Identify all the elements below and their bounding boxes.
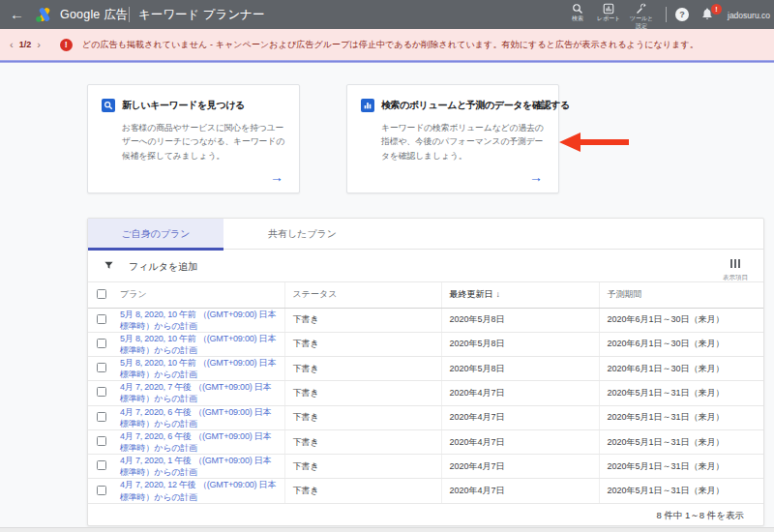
card-description: お客様の商品やサービスに関心を持つユーザーへのリーチにつながる、キーワードの候補… [122,121,287,163]
columns-icon [729,254,741,272]
plan-forecast-period: 2020年6月1日～30日（来月） [599,357,763,381]
plan-link[interactable]: 5月 8, 2020, 10 午前 （(GMT+09:00) 日本標準時）からの… [120,357,277,380]
plan-forecast-period: 2020年6月1日～30日（来月） [599,308,763,332]
table-row: 4月 7, 2020, 1 午後 （(GMT+09:00) 日本標準時）からの計… [88,455,763,479]
forward-arrow-icon[interactable]: → [270,169,283,185]
banner-prev-icon[interactable]: ‹ [6,39,17,50]
row-checkbox[interactable] [97,486,106,495]
plan-link[interactable]: 4月 7, 2020, 12 午後 （(GMT+09:00) 日本標準時）からの… [120,479,277,502]
row-checkbox[interactable] [97,436,106,446]
sort-descending-icon: ↓ [496,289,501,299]
header-divider [129,7,130,22]
plan-last-updated: 2020年4月7日 [441,381,599,405]
plan-forecast-period: 2020年5月1日～31日（来月） [599,479,763,503]
card-description: キーワードの検索ボリュームなどの過去の指標や、今後のパフォーマンスの予測データを… [381,121,547,163]
plan-forecast-period: 2020年5月1日～31日（来月） [599,455,763,479]
table-row: 4月 7, 2020, 6 午後 （(GMT+09:00) 日本標準時）からの計… [88,405,763,429]
plans-panel: ご自身のプラン 共有したプラン フィルタを追加 表示項目 プラン ステータス 最… [87,218,764,526]
plan-last-updated: 2020年4月7日 [441,455,599,479]
search-nav-label: 検索 [561,15,594,22]
forward-arrow-icon[interactable]: → [529,169,543,185]
plan-last-updated: 2020年4月7日 [441,479,599,503]
card-title: 検索のボリュームと予測のデータを確認する [381,99,570,112]
banner-pagination: 1/2 [19,40,32,49]
error-icon: ! [60,39,73,51]
google-ads-logo-icon [35,7,54,22]
select-all-checkbox[interactable] [97,289,106,299]
banner-message: どの広告も掲載されていません - キャンペーンおよび広告グループは停止中であるか… [82,39,699,51]
row-checkbox[interactable] [97,460,106,470]
reports-nav-label: レポート [592,15,625,22]
table-header-row: プラン ステータス 最終更新日↓ 予測期間 [88,282,763,308]
plan-status: 下書き [284,332,441,356]
banner-next-icon[interactable]: › [33,39,45,50]
keyword-planner-screen: ← Google 広告 キーワード プランナー 検索 レポート ツールと 設定 … [0,0,774,532]
table-row: 5月 8, 2020, 10 午前 （(GMT+09:00) 日本標準時）からの… [88,308,763,332]
header-divider-2 [666,7,667,22]
row-checkbox[interactable] [97,363,106,372]
table-pagination-summary: 8 件中 1～8 件を表示 [88,504,763,529]
column-header-status[interactable]: ステータス [284,282,441,308]
plan-link[interactable]: 4月 7, 2020, 1 午後 （(GMT+09:00) 日本標準時）からの計… [120,455,277,478]
plan-link[interactable]: 4月 7, 2020, 6 午後 （(GMT+09:00) 日本標準時）からの計… [120,406,277,429]
plan-status: 下書き [284,455,441,479]
plan-link[interactable]: 5月 8, 2020, 10 午前 （(GMT+09:00) 日本標準時）からの… [120,309,277,332]
search-volume-forecast-card[interactable]: 検索のボリュームと予測のデータを確認する キーワードの検索ボリュームなどの過去の… [346,84,559,193]
row-checkbox[interactable] [97,412,106,422]
row-checkbox[interactable] [97,387,106,397]
filter-bar: フィルタを追加 表示項目 [88,250,763,282]
plan-link[interactable]: 4月 7, 2020, 7 午後 （(GMT+09:00) 日本標準時）からの計… [120,381,277,404]
columns-control[interactable]: 表示項目 [719,254,752,282]
report-chart-icon [603,3,614,15]
plan-last-updated: 2020年5月8日 [441,308,599,332]
row-checkbox[interactable] [97,339,106,348]
column-header-plan[interactable]: プラン [120,282,284,308]
account-name[interactable]: jadosuru.co [728,11,770,20]
accent-divider-line [0,60,774,63]
plan-link[interactable]: 5月 8, 2020, 10 午前 （(GMT+09:00) 日本標準時）からの… [120,333,277,356]
columns-label: 表示項目 [719,274,752,282]
notifications-button[interactable]: ! [700,7,716,22]
page-title: キーワード プランナー [138,7,265,23]
table-row: 5月 8, 2020, 10 午前 （(GMT+09:00) 日本標準時）からの… [88,357,763,381]
bar-chart-icon [361,99,374,112]
tab-own-plans[interactable]: ご自身のプラン [88,219,223,250]
search-nav-button[interactable]: 検索 [561,3,594,22]
plan-status: 下書き [284,479,441,503]
plan-status: 下書き [284,357,441,381]
plan-link[interactable]: 4月 7, 2020, 6 午後 （(GMT+09:00) 日本標準時）からの計… [120,430,277,454]
bottom-strip [0,527,774,532]
back-arrow-icon[interactable]: ← [10,6,24,22]
red-annotation-arrow [557,130,629,155]
app-header: ← Google 広告 キーワード プランナー 検索 レポート ツールと 設定 … [0,0,774,29]
filter-icon[interactable] [104,260,114,271]
plan-last-updated: 2020年5月8日 [441,332,599,356]
product-name: Google 広告 [60,7,129,23]
tab-shared-plans[interactable]: 共有したプラン [223,219,381,250]
card-title: 新しいキーワードを見つける [122,99,245,112]
discover-keywords-card[interactable]: 新しいキーワードを見つける お客様の商品やサービスに関心を持つユーザーへのリーチ… [87,84,300,193]
column-header-last-updated[interactable]: 最終更新日↓ [441,282,599,308]
table-row: 4月 7, 2020, 12 午後 （(GMT+09:00) 日本標準時）からの… [88,479,763,503]
warning-banner: ‹ 1/2 › ! どの広告も掲載されていません - キャンペーンおよび広告グル… [0,29,774,60]
plan-forecast-period: 2020年5月1日～31日（来月） [599,381,763,405]
plans-table: プラン ステータス 最終更新日↓ 予測期間 5月 8, 2020, 10 午前 … [88,282,763,504]
last-updated-label: 最終更新日 [450,289,493,299]
plan-forecast-period: 2020年5月1日～31日（来月） [599,429,763,454]
keyword-search-icon [102,99,115,112]
tools-nav-label-line1: ツールと [625,15,658,22]
plan-status: 下書き [284,381,441,405]
reports-nav-button[interactable]: レポート [592,3,625,22]
table-row: 4月 7, 2020, 7 午後 （(GMT+09:00) 日本標準時）からの計… [88,381,763,405]
table-row: 5月 8, 2020, 10 午前 （(GMT+09:00) 日本標準時）からの… [88,332,763,356]
row-checkbox[interactable] [97,314,106,324]
add-filter-button[interactable]: フィルタを追加 [129,260,197,274]
tools-settings-nav-button[interactable]: ツールと 設定 [625,3,658,29]
plan-forecast-period: 2020年5月1日～31日（来月） [599,405,763,429]
plans-tabs: ご自身のプラン 共有したプラン [88,219,763,250]
plan-status: 下書き [284,429,441,454]
plan-forecast-period: 2020年6月1日～30日（来月） [599,332,763,356]
wrench-icon [636,3,647,15]
help-icon[interactable]: ? [675,8,689,21]
column-header-forecast-period[interactable]: 予測期間 [599,282,763,308]
